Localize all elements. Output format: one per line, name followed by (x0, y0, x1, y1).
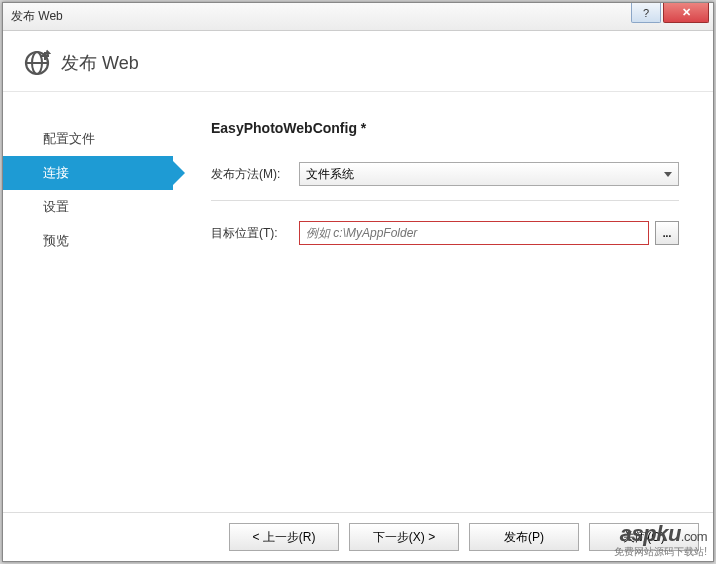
main-panel: EasyPhotoWebConfig * 发布方法(M): 文件系统 目标位置(… (173, 92, 713, 512)
close-icon: ✕ (682, 6, 691, 19)
target-label: 目标位置(T): (211, 225, 299, 242)
browse-button[interactable]: ... (655, 221, 679, 245)
sidebar-item-label: 配置文件 (43, 130, 95, 148)
sidebar-item-preview[interactable]: 预览 (3, 224, 173, 258)
sidebar-item-settings[interactable]: 设置 (3, 190, 173, 224)
ellipsis-icon: ... (663, 228, 671, 239)
help-button[interactable]: ? (631, 3, 661, 23)
page-title: EasyPhotoWebConfig * (211, 120, 679, 136)
sidebar-item-connection[interactable]: 连接 (3, 156, 173, 190)
sidebar-item-label: 连接 (43, 164, 69, 182)
sidebar-item-profile[interactable]: 配置文件 (3, 122, 173, 156)
sidebar-item-label: 设置 (43, 198, 69, 216)
target-row: 目标位置(T): ... (211, 221, 679, 245)
dialog-window: 发布 Web ? ✕ 发布 Web 配置文件 (2, 2, 714, 562)
dialog-header: 发布 Web (3, 31, 713, 92)
target-location-input[interactable] (299, 221, 649, 245)
publish-button[interactable]: 发布(P) (469, 523, 579, 551)
divider (211, 200, 679, 201)
publish-method-dropdown[interactable]: 文件系统 (299, 162, 679, 186)
dialog-footer: < 上一步(R) 下一步(X) > 发布(P) 关闭(O) (3, 512, 713, 561)
close-button[interactable]: 关闭(O) (589, 523, 699, 551)
publish-method-row: 发布方法(M): 文件系统 (211, 162, 679, 186)
window-title: 发布 Web (11, 8, 63, 25)
window-controls: ? ✕ (629, 3, 709, 25)
chevron-down-icon (664, 172, 672, 177)
dialog-title: 发布 Web (61, 51, 139, 75)
globe-icon (23, 49, 51, 77)
next-button[interactable]: 下一步(X) > (349, 523, 459, 551)
titlebar: 发布 Web ? ✕ (3, 3, 713, 31)
previous-button[interactable]: < 上一步(R) (229, 523, 339, 551)
publish-method-value: 文件系统 (306, 166, 354, 183)
window-close-button[interactable]: ✕ (663, 3, 709, 23)
sidebar-item-label: 预览 (43, 232, 69, 250)
publish-method-label: 发布方法(M): (211, 166, 299, 183)
content-area: 配置文件 连接 设置 预览 EasyPhotoWebConfig * 发布方法(… (3, 92, 713, 512)
help-icon: ? (643, 7, 649, 19)
sidebar: 配置文件 连接 设置 预览 (3, 92, 173, 512)
